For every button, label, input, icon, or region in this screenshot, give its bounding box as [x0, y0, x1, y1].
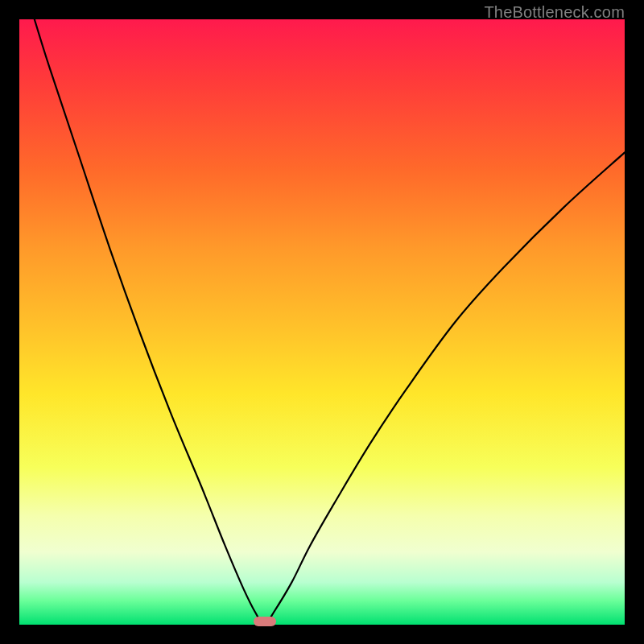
plot-area	[19, 19, 625, 625]
watermark-text: TheBottleneck.com	[484, 3, 625, 22]
optimum-marker	[254, 617, 276, 626]
bottleneck-curve	[19, 19, 625, 625]
